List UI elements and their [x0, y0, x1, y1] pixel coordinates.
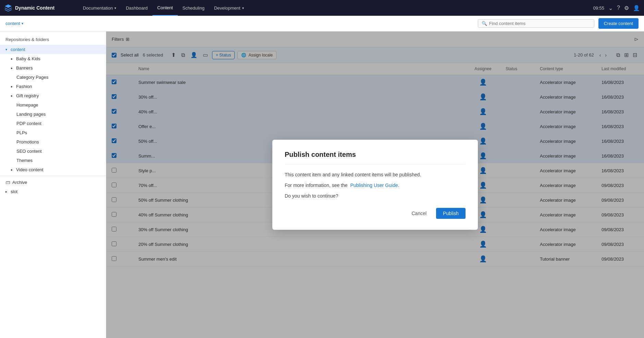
modal-line2: For more information, see the Publishing… [285, 182, 466, 189]
publish-modal: Publish content items This content item … [272, 140, 478, 230]
brand-icon [4, 4, 12, 12]
sidebar-item-label: Themes [16, 158, 33, 163]
user-icon[interactable]: 👤 [633, 5, 640, 11]
search-icon: 🔍 [482, 21, 487, 26]
chevron-right-icon: ▸ [11, 85, 13, 88]
sidebar-item-gift-registry[interactable]: ▸ Gift registry [0, 91, 106, 100]
sidebar-item-label: Baby & Kids [16, 56, 40, 61]
sidebar-item-fashion[interactable]: ▸ Fashion [0, 82, 106, 91]
sidebar-item-label: SEO content [16, 149, 42, 154]
nav-dashboard[interactable]: Dashboard [121, 0, 152, 16]
sidebar-item-category-pages[interactable]: Category Pages [0, 73, 106, 82]
development-caret-icon: ▾ [242, 6, 244, 10]
sidebar: Repositories & folders ▾ content ▸ Baby … [0, 32, 106, 338]
nav-development[interactable]: Development ▾ [209, 0, 249, 16]
publish-button[interactable]: Publish [436, 208, 466, 219]
nav-right-section: 09:55 ⌄ ? ⚙ 👤 [593, 5, 640, 11]
chevron-right-icon: ▸ [11, 66, 13, 70]
sidebar-divider [0, 176, 106, 176]
main-layout: Repositories & folders ▾ content ▸ Baby … [0, 32, 644, 338]
sidebar-item-label: content [11, 47, 25, 52]
search-input[interactable] [489, 21, 591, 26]
sidebar-item-label: Homepage [16, 102, 38, 108]
chevron-down-icon: ⌄ [608, 5, 613, 11]
sidebar-item-baby-kids[interactable]: ▸ Baby & Kids [0, 54, 106, 63]
nav-scheduling[interactable]: Scheduling [178, 0, 209, 16]
sidebar-item-label: Video content [16, 167, 43, 172]
documentation-caret-icon: ▾ [114, 6, 116, 10]
sidebar-item-archive[interactable]: 🗃 Archive [0, 177, 106, 187]
modal-overlay: Publish content items This content item … [106, 32, 644, 338]
sidebar-item-themes[interactable]: Themes [0, 156, 106, 165]
sidebar-item-label: PLPs [16, 130, 27, 135]
settings-icon[interactable]: ⚙ [624, 5, 629, 11]
top-nav: Dynamic Content Documentation ▾ Dashboar… [0, 0, 644, 16]
modal-title: Publish content items [285, 151, 466, 164]
brand-logo[interactable]: Dynamic Content [4, 4, 73, 12]
publishing-user-guide-link[interactable]: Publishing User Guide [350, 183, 398, 188]
sub-nav: content ▾ 🔍 Create content [0, 16, 644, 32]
chevron-right-icon: ▸ [5, 190, 7, 193]
sidebar-item-label: Promotions [16, 139, 39, 145]
modal-body: This content item and any linked content… [285, 171, 466, 200]
sidebar-item-label: Fashion [16, 84, 32, 89]
sub-nav-right: 🔍 Create content [478, 18, 639, 29]
sidebar-item-slot[interactable]: ▸ slot [0, 187, 106, 196]
sidebar-item-plps[interactable]: PLPs [0, 128, 106, 137]
sidebar-item-pdp-content[interactable]: PDP content [0, 119, 106, 128]
content-label: content [5, 21, 20, 26]
sidebar-item-homepage[interactable]: Homepage [0, 100, 106, 110]
chevron-down-icon: ▾ [5, 48, 7, 51]
sidebar-item-label: Landing pages [16, 112, 46, 117]
clock-display: 09:55 [593, 5, 605, 11]
brand-name: Dynamic Content [15, 5, 54, 11]
archive-icon: 🗃 [5, 179, 10, 185]
nav-content[interactable]: Content [152, 0, 178, 16]
sidebar-item-seo-content[interactable]: SEO content [0, 147, 106, 156]
chevron-right-icon: ▸ [11, 57, 13, 61]
sidebar-item-label: Banners [16, 65, 33, 71]
sidebar-item-label: Category Pages [16, 75, 48, 80]
modal-line4: Do you wish to continue? [285, 192, 466, 200]
search-box[interactable]: 🔍 [478, 19, 594, 28]
sidebar-item-label: slot [11, 189, 17, 194]
nav-documentation[interactable]: Documentation ▾ [78, 0, 121, 16]
sidebar-item-promotions[interactable]: Promotions [0, 137, 106, 147]
sidebar-item-banners[interactable]: ▸ Banners [0, 63, 106, 73]
sidebar-item-content[interactable]: ▾ content [0, 45, 106, 54]
sidebar-item-label: Gift registry [16, 93, 39, 98]
sidebar-item-landing-pages[interactable]: Landing pages [0, 110, 106, 119]
content-dropdown-btn[interactable]: content ▾ [5, 21, 23, 26]
sidebar-item-label: Archive [12, 180, 27, 185]
sidebar-item-label: PDP content [16, 121, 41, 126]
create-content-button[interactable]: Create content [598, 18, 639, 29]
chevron-right-icon: ▸ [11, 94, 13, 98]
content-caret-icon: ▾ [22, 22, 23, 25]
content-area: Filters ⊞ ⊳ Select all 6 selected ⬆ ⧉ 👤 … [106, 32, 644, 338]
cancel-button[interactable]: Cancel [406, 208, 432, 219]
modal-line1: This content item and any linked content… [285, 171, 466, 178]
help-icon[interactable]: ? [617, 5, 620, 11]
sidebar-section-header: Repositories & folders [0, 34, 106, 45]
sidebar-item-video-content[interactable]: ▸ Video content [0, 165, 106, 174]
chevron-right-icon: ▸ [11, 168, 13, 172]
modal-footer: Cancel Publish [285, 208, 466, 219]
